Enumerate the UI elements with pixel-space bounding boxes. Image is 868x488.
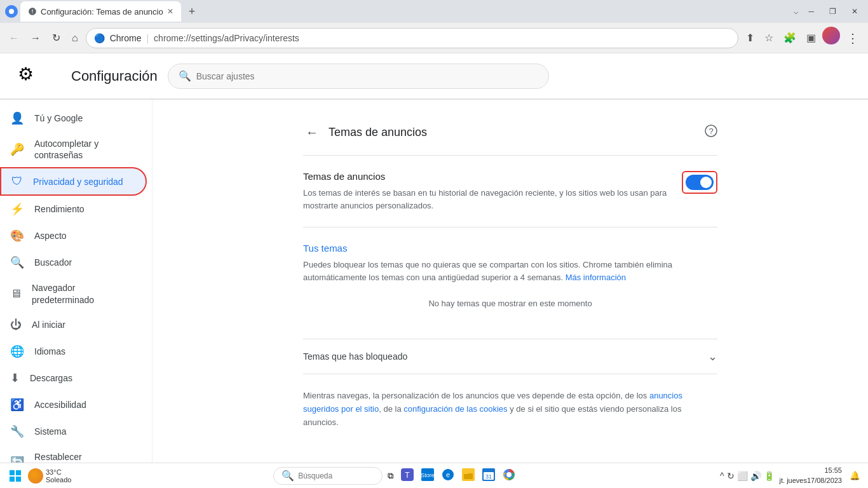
search-icon: 🔍 xyxy=(179,70,191,82)
extensions-btn[interactable]: 🧩 xyxy=(780,27,800,50)
shield-icon: 🛡 xyxy=(11,175,23,188)
ad-topics-toggle[interactable] xyxy=(686,175,714,190)
tray-arrow-icon[interactable]: ^ xyxy=(720,471,724,481)
key-icon: 🔑 xyxy=(10,142,24,156)
settings-search-bar[interactable]: 🔍 xyxy=(168,64,549,89)
sidebar-item-descargas[interactable]: ⬇ Descargas xyxy=(0,365,147,391)
more-info-link[interactable]: Más información xyxy=(566,273,626,282)
taskbar-task-view-btn[interactable]: ⧉ xyxy=(385,468,396,484)
taskbar-calendar-btn[interactable]: 31 xyxy=(480,466,498,485)
sidebar-item-accesibilidad[interactable]: ♿ Accesibilidad xyxy=(0,391,147,418)
ad-topics-description: Los temas de interés se basan en tu hist… xyxy=(303,187,669,212)
weather-condition: Soleado xyxy=(46,476,71,484)
split-view-btn[interactable]: ▣ xyxy=(803,27,820,50)
url-text: chrome://settings/adPrivacy/interests xyxy=(154,33,299,43)
title-bar: Configuración: Temas de anuncio ✕ + ⌵ ─ … xyxy=(0,0,868,23)
download-icon: ⬇ xyxy=(10,371,20,385)
power-icon: ⏻ xyxy=(10,318,22,332)
blocked-themes-title: Temas que has bloqueado xyxy=(303,351,407,362)
notification-btn[interactable]: 🔔 xyxy=(847,468,863,483)
blocked-themes-section: Temas que has bloqueado ⌄ xyxy=(303,339,717,374)
weather-widget[interactable]: 33°C Soleado xyxy=(28,468,71,484)
help-circle-icon: ? xyxy=(705,125,717,137)
page-title: Temas de anuncios xyxy=(329,126,427,139)
taskbar-chrome-btn[interactable] xyxy=(500,466,518,485)
sidebar-label-idiomas: Idiomas xyxy=(34,346,65,357)
address-separator: | xyxy=(146,33,149,43)
browser-bar: ← → ↻ ⌂ 🔵 Chrome | chrome://settings/adP… xyxy=(0,23,868,53)
start-button[interactable] xyxy=(5,466,25,486)
sidebar-item-idiomas[interactable]: 🌐 Idiomas xyxy=(0,338,147,365)
address-bar[interactable]: 🔵 Chrome | chrome://settings/adPrivacy/i… xyxy=(86,28,738,48)
taskbar-edge-btn[interactable]: e xyxy=(439,466,457,485)
sidebar-item-navegador[interactable]: 🖥 Navegador predeterminado xyxy=(0,276,147,311)
sidebar-label-accesibilidad: Accesibilidad xyxy=(34,399,86,410)
clock[interactable]: 15:55 jt. jueves17/08/2023 xyxy=(780,466,842,485)
person-icon: 👤 xyxy=(10,111,24,125)
back-button[interactable]: ← xyxy=(303,123,321,142)
toggle-wrapper xyxy=(682,171,717,194)
your-themes-title: Tus temas xyxy=(303,243,717,254)
tray-battery-icon[interactable]: 🔋 xyxy=(764,471,775,481)
sidebar-label-al-iniciar: Al iniciar xyxy=(32,319,65,330)
chrome-menu-btn[interactable]: ⋮ xyxy=(843,27,863,50)
google-logo: ⚙ xyxy=(15,66,36,86)
bookmark-btn[interactable]: ☆ xyxy=(761,27,777,50)
chrome-taskbar-icon xyxy=(503,468,515,481)
main-layout: 👤 Tú y Google 🔑 Autocompletar y contrase… xyxy=(0,100,868,488)
sidebar-item-tu-y-google[interactable]: 👤 Tú y Google xyxy=(0,105,147,132)
taskbar-search[interactable]: 🔍 xyxy=(273,467,383,485)
search-sidebar-icon: 🔍 xyxy=(10,255,24,269)
browser-tab[interactable]: Configuración: Temas de anuncio ✕ xyxy=(20,1,181,22)
taskbar-teams-btn[interactable]: T xyxy=(398,466,416,485)
taskbar: 33°C Soleado 🔍 ⧉ T Store e xyxy=(0,463,868,488)
site-name: Chrome xyxy=(110,33,142,43)
sidebar-item-buscador[interactable]: 🔍 Buscador xyxy=(0,249,147,276)
sidebar-item-al-iniciar[interactable]: ⏻ Al iniciar xyxy=(0,312,147,338)
new-tab-btn[interactable]: + xyxy=(184,3,201,21)
share-btn[interactable]: ⬆ xyxy=(742,27,758,50)
forward-btn[interactable]: → xyxy=(27,29,44,48)
profile-avatar[interactable] xyxy=(822,27,840,44)
edge-icon: e xyxy=(442,468,454,481)
reload-btn[interactable]: ↻ xyxy=(48,28,64,48)
taskbar-store-btn[interactable]: Store xyxy=(419,466,437,485)
tray-volume-icon[interactable]: 🔊 xyxy=(750,471,761,481)
back-btn[interactable]: ← xyxy=(5,29,23,48)
sidebar-item-rendimiento[interactable]: ⚡ Rendimiento xyxy=(0,196,147,222)
sidebar-item-sistema[interactable]: 🔧 Sistema xyxy=(0,418,147,445)
taskbar-explorer-btn[interactable] xyxy=(459,466,477,485)
weather-temp: 33°C xyxy=(46,468,71,476)
help-button[interactable]: ? xyxy=(705,125,717,140)
svg-rect-6 xyxy=(16,470,21,475)
windows-start-icon xyxy=(9,470,22,482)
chevron-down-icon: ⌄ xyxy=(708,349,717,363)
sidebar-item-aspecto[interactable]: 🎨 Aspecto xyxy=(0,222,147,249)
sidebar-label-privacidad: Privacidad y seguridad xyxy=(33,176,123,187)
ad-topics-section: Temas de anuncios Los temas de interés s… xyxy=(303,156,717,227)
sidebar-item-privacidad[interactable]: 🛡 Privacidad y seguridad xyxy=(0,167,147,196)
clock-date: jt. jueves17/08/2023 xyxy=(780,476,842,485)
settings-search-input[interactable] xyxy=(196,71,538,81)
taskbar-left: 33°C Soleado xyxy=(5,466,71,486)
accessibility-icon: ♿ xyxy=(10,398,24,412)
home-btn[interactable]: ⌂ xyxy=(68,29,82,48)
sidebar-item-autocompletar[interactable]: 🔑 Autocompletar y contraseñas xyxy=(0,132,147,167)
blocked-themes-header[interactable]: Temas que has bloqueado ⌄ xyxy=(303,349,717,363)
sidebar: 👤 Tú y Google 🔑 Autocompletar y contrase… xyxy=(0,100,153,488)
settings-favicon xyxy=(28,7,37,16)
tab-close-btn[interactable]: ✕ xyxy=(167,7,173,16)
store-icon: Store xyxy=(421,468,434,481)
sidebar-label-autocompletar: Autocompletar y contraseñas xyxy=(34,138,137,161)
close-btn[interactable]: ✕ xyxy=(846,4,863,18)
content-area: ← Temas de anuncios ? Temas de anuncios … xyxy=(153,100,868,488)
chrome-menu-icon: ⌵ xyxy=(794,7,798,16)
taskbar-search-input[interactable] xyxy=(298,471,374,480)
cookies-config-link[interactable]: configuración de las cookies xyxy=(403,404,507,414)
globe-icon: 🌐 xyxy=(10,344,24,358)
maximize-btn[interactable]: ❐ xyxy=(824,4,841,18)
minimize-btn[interactable]: ─ xyxy=(803,4,819,18)
tray-display-icon[interactable]: ⬜ xyxy=(737,471,748,481)
svg-rect-16 xyxy=(464,473,473,479)
tray-refresh-icon[interactable]: ↻ xyxy=(727,471,735,481)
